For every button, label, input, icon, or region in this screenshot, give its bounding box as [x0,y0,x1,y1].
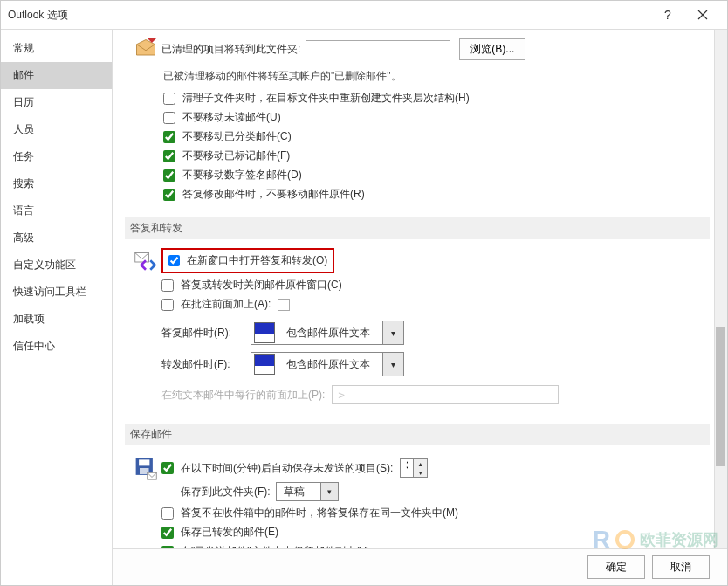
reply-mode-select[interactable]: 包含邮件原件文本 ▾ [251,321,404,345]
sidebar-item-customize-ribbon[interactable]: 自定义功能区 [1,252,112,279]
reply-opt-1[interactable]: 答复或转发时关闭邮件原件窗口(C) [161,278,710,293]
titlebar-controls: ? [650,3,720,27]
svg-rect-2 [139,459,149,465]
titlebar: Outlook 选项 ? [1,1,727,29]
reply-prefix-input[interactable] [278,299,290,311]
chevron-down-icon[interactable]: ▾ [320,483,338,500]
autosave-label: 在以下时间(分钟)后自动保存未发送的项目(S): [181,461,393,476]
autosave-spinner[interactable]: ▲ ▼ [400,458,428,478]
scrollbar[interactable] [714,30,727,548]
ok-button[interactable]: 确定 [587,555,645,579]
plaintext-prefix-input [332,385,559,404]
forward-mode-select[interactable]: 包含邮件原件文本 ▾ [251,352,404,376]
close-button[interactable] [685,3,720,27]
window-title: Outlook 选项 [8,8,650,23]
sidebar-item-tasks[interactable]: 任务 [1,143,112,170]
sidebar-item-general[interactable]: 常规 [1,35,112,62]
sidebar-item-trust-center[interactable]: 信任中心 [1,333,112,360]
save-folder-label: 保存到此文件夹(F): [181,485,271,500]
cleanup-opt-4[interactable]: 不要移动数字签名邮件(D) [163,168,710,183]
save-section-header: 保存邮件 [125,424,710,445]
cleanup-opt-3-checkbox[interactable] [163,150,175,162]
reply-mode-label: 答复邮件时(R): [161,326,251,341]
highlighted-option: 在新窗口中打开答复和转发(O) [161,248,334,273]
browse-button[interactable]: 浏览(B)... [459,38,525,60]
cleanup-folder-input[interactable] [306,40,450,59]
spinner-down-icon[interactable]: ▼ [414,468,427,477]
cleanup-opt-5-checkbox[interactable] [163,189,175,201]
chevron-down-icon[interactable]: ▾ [382,353,403,376]
options-window: Outlook 选项 ? 常规 邮件 日历 人员 任务 搜索 语言 高级 自定义… [0,0,728,586]
plaintext-prefix-label: 在纯文本邮件中每行的前面加上(P): [161,388,325,403]
save-folder-value: 草稿 [277,483,320,500]
reply-prefix-checkbox[interactable] [161,299,174,311]
sidebar-item-language[interactable]: 语言 [1,197,112,224]
reply-forward-icon [134,250,158,274]
cleanup-opt-5[interactable]: 答复修改邮件时，不要移动邮件原件(R) [163,187,710,202]
chevron-down-icon[interactable]: ▾ [382,321,403,344]
forward-mode-value: 包含邮件原件文本 [278,357,382,372]
forward-mode-label: 转发邮件时(F): [161,357,251,372]
sidebar-item-search[interactable]: 搜索 [1,170,112,197]
sidebar-item-quick-access[interactable]: 快速访问工具栏 [1,279,112,306]
reply-prefix-label: 在批注前面加上(A): [181,297,271,312]
include-original-icon [254,322,275,343]
cleanup-opt-0[interactable]: 清理子文件夹时，在目标文件夹中重新创建文件夹层次结构(H) [163,91,710,106]
cleanup-icon [134,37,158,61]
autosave-checkbox[interactable] [161,462,174,474]
reply-opt-0-label: 在新窗口中打开答复和转发(O) [187,253,327,268]
reply-prefix-row[interactable]: 在批注前面加上(A): [161,297,710,312]
cleanup-opt-0-checkbox[interactable] [163,93,175,105]
content: 已清理的项目将转到此文件夹: 浏览(B)... 已被清理移动的邮件将转至其帐户的… [113,30,727,548]
cleanup-opt-3[interactable]: 不要移动已标记邮件(F) [163,148,710,163]
close-icon [697,10,708,20]
spinner-up-icon[interactable]: ▲ [414,459,427,468]
cancel-button[interactable]: 取消 [652,555,710,579]
cleanup-opt-2[interactable]: 不要移动已分类邮件(C) [163,129,710,144]
save-opt-0-checkbox[interactable] [161,507,174,520]
sidebar-item-addins[interactable]: 加载项 [1,306,112,333]
reply-mode-value: 包含邮件原件文本 [278,326,382,341]
cleanup-moveto-label: 已清理的项目将转到此文件夹: [161,42,300,57]
reply-section-header: 答复和转发 [125,217,710,239]
save-icon [134,456,158,480]
footer: 确定 取消 [113,548,727,585]
cleanup-note: 已被清理移动的邮件将转至其帐户的"已删除邮件"。 [163,69,710,84]
sidebar-item-calendar[interactable]: 日历 [1,89,112,116]
save-opt-1-checkbox[interactable] [161,527,174,539]
reply-opt-0-checkbox[interactable] [168,255,180,266]
save-opt-2[interactable]: 在"已发送邮件"文件夹中保留邮件副本(V) [161,544,710,548]
autosave-value[interactable] [401,459,413,472]
include-original-icon [254,354,275,375]
sidebar: 常规 邮件 日历 人员 任务 搜索 语言 高级 自定义功能区 快速访问工具栏 加… [1,30,113,585]
help-button[interactable]: ? [650,3,685,27]
save-folder-select[interactable]: 草稿 ▾ [276,482,339,501]
sidebar-item-people[interactable]: 人员 [1,116,112,143]
cleanup-opt-1-checkbox[interactable] [163,112,175,124]
scrollbar-thumb[interactable] [716,327,725,466]
cleanup-opt-1[interactable]: 不要移动未读邮件(U) [163,110,710,125]
save-opt-1[interactable]: 保存已转发的邮件(E) [161,525,710,540]
autosave-row[interactable]: 在以下时间(分钟)后自动保存未发送的项目(S): ▲ ▼ [161,458,710,478]
cleanup-opt-2-checkbox[interactable] [163,131,175,143]
save-opt-0[interactable]: 答复不在收件箱中的邮件时，将答复保存在同一文件夹中(M) [161,506,710,521]
cleanup-opt-4-checkbox[interactable] [163,169,175,182]
sidebar-item-mail[interactable]: 邮件 [1,62,112,89]
content-wrap: 已清理的项目将转到此文件夹: 浏览(B)... 已被清理移动的邮件将转至其帐户的… [113,30,727,585]
save-opt-2-checkbox[interactable] [161,546,174,549]
sidebar-item-advanced[interactable]: 高级 [1,224,112,252]
reply-opt-1-checkbox[interactable] [161,279,174,292]
body: 常规 邮件 日历 人员 任务 搜索 语言 高级 自定义功能区 快速访问工具栏 加… [1,29,727,585]
